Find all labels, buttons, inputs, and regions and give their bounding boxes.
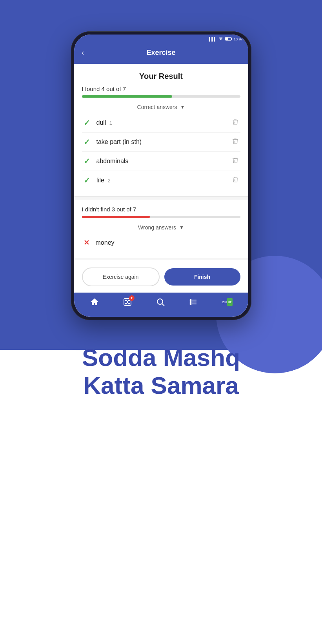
back-button[interactable]: ‹ [80,47,86,58]
wrong-word-1: money [96,239,239,246]
nav-search[interactable] [156,297,165,309]
result-section: Your Result I found 4 out of 7 Correct a… [74,64,248,196]
check-icon-3: ✓ [84,156,90,166]
action-buttons: Exercise again Finish [74,260,248,293]
svg-point-12 [190,304,191,305]
battery-percent: 13 % [234,37,242,41]
check-icon-4: ✓ [84,176,90,185]
language-icon: EN UZ [222,298,233,308]
header-title: Exercise [146,49,175,57]
badge-1: 1 [109,120,112,126]
wrong-answers-label: Wrong answers [138,224,176,231]
svg-line-9 [162,304,164,306]
nav-home[interactable] [90,297,99,309]
trash-icon-3[interactable] [232,157,239,166]
wrong-progress-fill [82,216,150,218]
check-icon-2: ✓ [84,137,90,147]
finish-button[interactable]: Finish [164,268,240,286]
x-icon-1: ✕ [84,238,89,247]
answer-word-2: take part (in sth) [96,138,232,146]
found-text: I found 4 out of 7 [82,86,240,92]
svg-point-8 [157,299,163,304]
svg-text:UZ: UZ [228,301,232,304]
correct-answers-label: Correct answers [137,104,177,110]
check-icon-1: ✓ [84,118,90,127]
svg-text:EN: EN [222,300,227,304]
list-icon [189,297,198,309]
svg-point-7 [127,302,127,302]
svg-rect-1 [226,38,228,40]
correct-progress-fill [82,95,172,98]
phone-frame: ▌▌▌ [71,31,251,320]
phone-wrapper: ▌▌▌ [71,31,251,320]
nav-language[interactable]: EN UZ [222,298,233,308]
correct-toggle-arrow: ▼ [180,104,185,110]
trash-icon-4[interactable] [232,176,239,185]
dice-badge: 7 [129,295,135,301]
correct-answers-list: ✓ dull 1 [82,113,240,190]
svg-point-4 [128,300,129,301]
tagline-line2: Katta Samara [82,371,240,399]
correct-progress-bar [82,95,240,98]
search-icon [156,297,165,309]
badge-4: 2 [107,178,110,184]
answer-item: ✓ dull 1 [82,113,240,133]
wrong-answer-item: ✕ money [82,234,240,252]
result-title: Your Result [82,72,240,81]
signal-icon: ▌▌▌ [209,37,216,41]
svg-point-6 [128,303,129,304]
answer-word-1: dull 1 [96,119,232,126]
answer-word-3: abdominals [96,158,232,165]
nav-list[interactable] [189,297,198,309]
correct-answers-toggle[interactable]: Correct answers ▼ [82,104,240,110]
not-found-text: I didn't find 3 out of 7 [82,200,240,213]
svg-point-11 [190,302,191,303]
answer-word-4: file 2 [96,177,232,184]
status-bar: ▌▌▌ [74,35,248,43]
trash-icon-1[interactable] [232,118,239,127]
wrong-progress-bar [82,216,240,218]
app-header: ‹ Exercise [74,43,248,64]
svg-point-3 [125,300,126,301]
trash-icon-2[interactable] [232,138,239,146]
section-divider [74,196,248,196]
answer-item: ✓ file 2 [82,171,240,190]
nav-dice[interactable]: 7 [123,297,132,309]
battery-icon [225,37,232,42]
svg-point-10 [190,300,191,301]
app-content: Your Result I found 4 out of 7 Correct a… [74,64,248,317]
wrong-toggle-arrow: ▼ [179,225,184,230]
status-icons: ▌▌▌ [209,37,242,42]
wifi-icon [218,37,224,42]
exercise-again-button[interactable]: Exercise again [82,267,160,286]
tagline-line1: Sodda Mashq [82,344,240,371]
wrong-answers-toggle[interactable]: Wrong answers ▼ [82,224,240,231]
phone-inner: ▌▌▌ [74,35,248,317]
tagline-section: Sodda Mashq Katta Samara [66,320,256,431]
wrong-section: I didn't find 3 out of 7 Wrong answers ▼… [74,200,248,258]
bottom-nav: 7 [74,293,248,317]
svg-point-5 [125,303,126,304]
answer-item: ✓ abdominals [82,152,240,171]
home-icon [90,297,99,309]
answer-item: ✓ take part (in sth) [82,133,240,152]
wrong-answers-list: ✕ money [82,234,240,252]
